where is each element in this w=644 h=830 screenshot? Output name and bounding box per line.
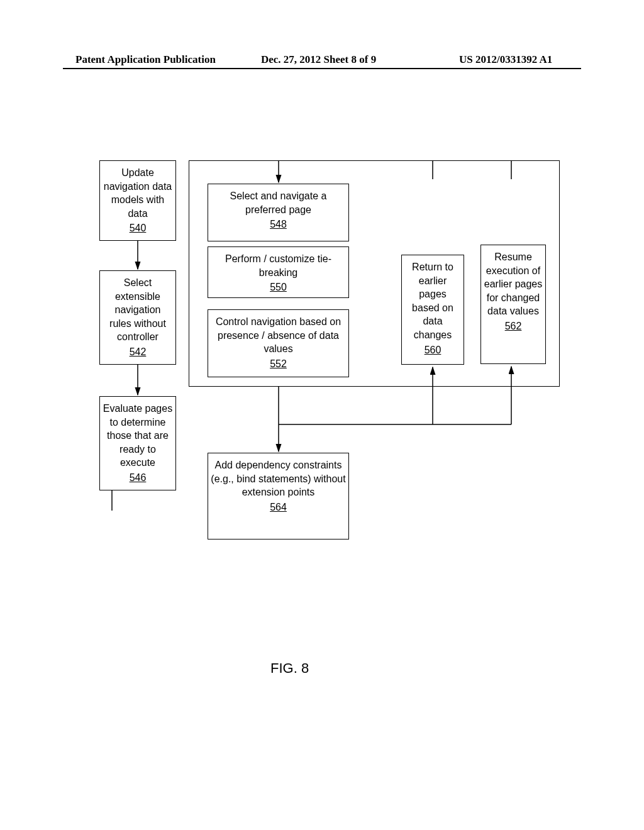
box-550-text: Perform / customize tie-breaking (225, 253, 331, 278)
box-546: Evaluate pages to determine those that a… (99, 396, 176, 490)
box-542-num: 542 (103, 345, 173, 359)
box-542: Select extensible navigation rules witho… (99, 270, 176, 365)
box-540: Update navigation data models with data … (99, 160, 176, 241)
box-560-text: Return to earlier pages based on data ch… (412, 262, 453, 340)
box-550-num: 550 (211, 280, 346, 294)
box-552: Control navigation based on presence / a… (208, 309, 349, 377)
box-542-text: Select extensible navigation rules witho… (109, 277, 166, 342)
box-548-text: Select and navigate a preferred page (230, 191, 327, 215)
box-552-text: Control navigation based on presence / a… (216, 316, 341, 354)
header-mid: Dec. 27, 2012 Sheet 8 of 9 (261, 53, 376, 66)
header-rule (63, 68, 581, 69)
box-562-num: 562 (484, 319, 543, 333)
box-548-num: 548 (211, 218, 346, 231)
box-562-text: Resume execution of earlier pages for ch… (484, 252, 543, 316)
box-546-num: 546 (103, 471, 173, 485)
box-546-text: Evaluate pages to determine those that a… (103, 403, 172, 468)
box-560: Return to earlier pages based on data ch… (401, 255, 464, 365)
header-right: US 2012/0331392 A1 (459, 53, 552, 66)
box-540-text: Update navigation data models with data (104, 167, 172, 219)
arrows-layer (0, 0, 644, 830)
box-564-text: Add dependency constraints (e.g., bind s… (211, 460, 345, 497)
box-552-num: 552 (211, 357, 346, 371)
header-left: Patent Application Publication (75, 53, 216, 66)
box-540-num: 540 (103, 221, 173, 235)
box-562: Resume execution of earlier pages for ch… (480, 245, 546, 364)
box-548: Select and navigate a preferred page 548 (208, 184, 349, 241)
box-564-num: 564 (211, 501, 346, 514)
box-550: Perform / customize tie-breaking 550 (208, 246, 349, 298)
figure-label: FIG. 8 (270, 660, 309, 677)
box-560-num: 560 (404, 343, 461, 357)
box-564: Add dependency constraints (e.g., bind s… (208, 453, 349, 540)
